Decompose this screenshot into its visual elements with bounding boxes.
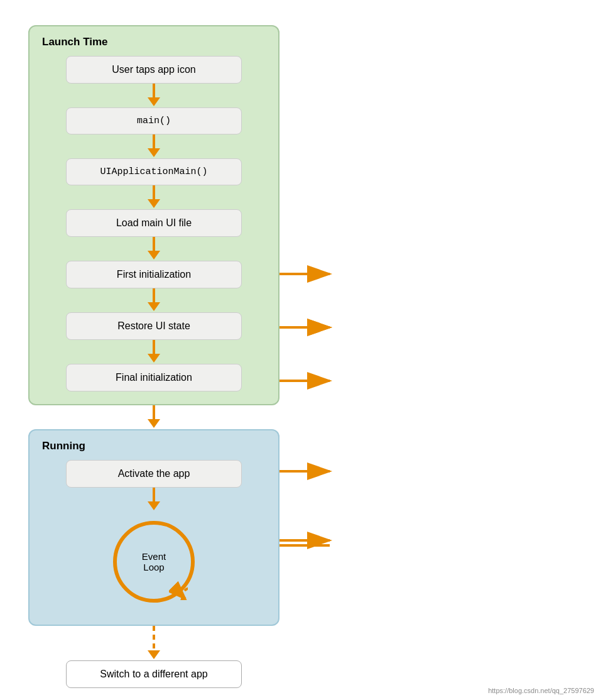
load-main-ui-box: Load main UI file (66, 209, 242, 237)
activate-app-box: Activate the app (66, 460, 242, 488)
watermark: https://blog.csdn.net/qq_27597629 (488, 687, 594, 694)
first-init-label: First initialization (117, 269, 191, 280)
first-init-box: First initialization (66, 261, 242, 288)
user-taps-label: User taps app icon (112, 64, 195, 75)
running-section: Running Activate the app Event Loop (28, 429, 279, 626)
user-taps-box: User taps app icon (66, 56, 242, 84)
arrow-between-sections (28, 405, 279, 429)
load-main-ui-label: Load main UI file (116, 217, 192, 228)
arrow-2 (42, 134, 266, 158)
final-init-box: Final initialization (66, 364, 242, 391)
dashed-arrow (28, 626, 279, 660)
switch-app-label: Switch to a different app (100, 669, 207, 679)
launch-section-title: Launch Time (42, 36, 266, 48)
arrow-3 (42, 185, 266, 209)
uiappmain-box: UIApplicationMain() (66, 158, 242, 185)
restore-ui-box: Restore UI state (66, 312, 242, 340)
event-loop-container: Event Loop (42, 511, 266, 612)
activate-app-label: Activate the app (118, 468, 190, 479)
arrow-5 (42, 288, 266, 312)
arrow-4 (42, 237, 266, 261)
event-loop-line2: Loop (143, 562, 164, 572)
switch-app-box: Switch to a different app (66, 660, 242, 688)
event-loop-circle: Event Loop (113, 521, 195, 603)
main-box: main() (66, 107, 242, 134)
restore-ui-label: Restore UI state (117, 320, 190, 331)
running-section-title: Running (42, 440, 266, 452)
arrow-6 (42, 340, 266, 364)
final-init-label: Final initialization (116, 372, 192, 383)
launch-section: Launch Time User taps app icon main() UI… (28, 25, 279, 405)
arrow-1 (42, 84, 266, 107)
arrow-7 (42, 488, 266, 511)
main-label: main() (137, 116, 171, 126)
uiappmain-label: UIApplicationMain() (100, 167, 207, 177)
event-loop-line1: Event (142, 551, 166, 562)
